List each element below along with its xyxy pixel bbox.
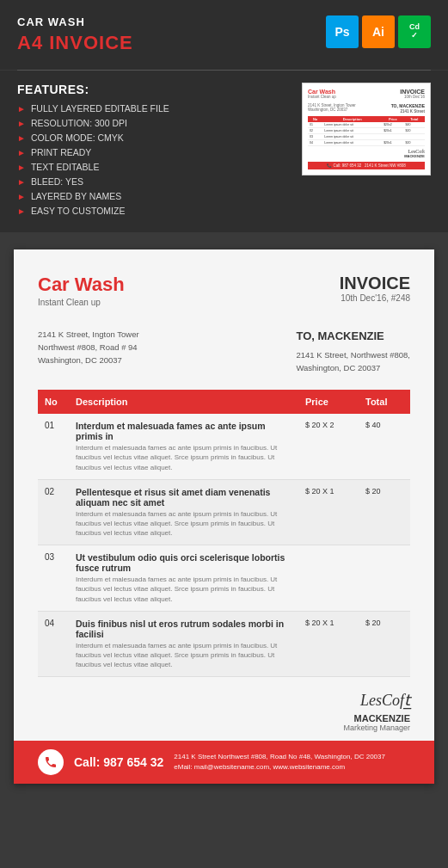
brand-name: Car Wash [38,274,125,296]
feature-label: LAYERED BY NAMES [31,191,121,201]
col-price: Price [298,390,359,414]
top-left: CAR WASH A4 INVOICE [17,15,133,54]
feature-label: EASY TO CUSTOMIZE [31,206,126,216]
row-price [298,545,359,612]
invoice-header: Car Wash Instant Clean up INVOICE 10th D… [38,274,410,307]
sig-name: MACKENZIE [38,713,410,723]
row-description: Interdum et malesuada fames ac ante ipsu… [76,509,292,539]
row-desc-cell: Duis finibus nisl ut eros rutrum sodales… [69,611,298,677]
arrow-icon: ► [17,192,26,201]
row-description: Interdum et malesuada fames ac ante ipsu… [76,443,292,472]
signature-section: LesCoft̲ MACKENZIE Marketing Manager [38,677,410,741]
features-title: FEATURES: [17,83,285,96]
invoice-brand: Car Wash Instant Clean up [38,274,125,307]
feature-item: ► FULLY LAYERED EDITABLE FILE [17,103,285,114]
feature-item: ► BLEED: YES [17,176,285,187]
feature-label: FULLY LAYERED EDITABLE FILE [31,103,169,114]
footer-contact-info: 2141 K Street Northwest #808, Road No #4… [174,752,385,773]
feature-label: COLOR MODE: CMYK [31,132,124,143]
row-title: Pellentesque et risus sit amet diam vene… [76,487,292,508]
row-total: $ 20 [359,479,410,545]
row-description: Interdum et malesuada fames ac ante ipsu… [76,575,292,604]
car-wash-title: CAR WASH [17,15,133,28]
col-description: Description [69,390,298,414]
features-section: FEATURES: ► FULLY LAYERED EDITABLE FILE … [0,71,448,232]
sig-title: Marketing Manager [38,723,410,732]
table-row: 01 Interdum et malesuada fames ac ante i… [38,414,410,479]
row-no: 03 [38,545,69,612]
table-row: 04 Duis finibus nisl ut eros rutrum soda… [38,611,410,677]
features-list: FEATURES: ► FULLY LAYERED EDITABLE FILE … [17,83,285,220]
row-total [359,545,410,612]
arrow-icon: ► [17,119,26,128]
feature-item: ► TEXT EDITABLE [17,162,285,172]
feature-label: TEXT EDITABLE [31,162,100,172]
row-price: $ 20 X 2 [298,414,359,479]
signature-image: LesCoft̲ [38,691,410,710]
row-total: $ 40 [359,414,410,479]
brand-subtitle: Instant Clean up [38,298,125,307]
row-price: $ 20 X 1 [298,611,359,677]
feature-item: ► RESOLUTION: 300 DPI [17,118,285,128]
feature-item: ► PRINT READY [17,147,285,157]
arrow-icon: ► [17,206,26,216]
row-no: 02 [38,479,69,545]
feature-label: BLEED: YES [31,176,83,187]
arrow-icon: ► [17,133,26,143]
arrow-icon: ► [17,163,26,172]
row-description: Interdum et malesuada fames ac ante ipsu… [76,641,292,670]
arrow-icon: ► [17,104,26,114]
row-desc-cell: Ut vestibulum odio quis orci scelerisque… [69,545,298,612]
row-desc-cell: Pellentesque et risus sit amet diam vene… [69,479,298,545]
coreldraw-badge: Cd✓ [398,15,431,48]
col-no: No [38,390,69,414]
feature-label: PRINT READY [31,147,91,157]
invoice-date: 10th Dec'16, #248 [340,293,410,303]
invoice-table: No Description Price Total 01 Interdum e… [38,390,410,677]
feature-item: ► LAYERED BY NAMES [17,191,285,201]
row-title: Duis finibus nisl ut eros rutrum sodales… [76,619,292,639]
address-to: TO, MACKENZIE 2141 K Street, Northwest #… [296,328,410,374]
footer-call-text: Call: 987 654 32 [74,755,163,769]
row-no: 04 [38,611,69,677]
address-to-label: TO, MACKENZIE [296,328,410,346]
address-from: 2141 K Street, Ington Tower Northwest #8… [38,328,139,374]
table-row: 03 Ut vestibulum odio quis orci sceleris… [38,545,410,612]
phone-icon [38,749,64,775]
arrow-icon: ► [17,177,26,187]
row-total: $ 20 [359,611,410,677]
feature-item: ► COLOR MODE: CMYK [17,132,285,143]
preview-card: Car Wash Instant Clean up INVOICE 10th D… [302,83,431,175]
main-content: Car Wash Instant Clean up INVOICE 10th D… [0,232,448,801]
top-section: CAR WASH A4 INVOICE Ps Ai Cd✓ [0,0,448,70]
row-title: Ut vestibulum odio quis orci scelerisque… [76,552,292,573]
invoice-document: Car Wash Instant Clean up INVOICE 10th D… [14,249,434,784]
invoice-label: INVOICE [340,274,410,293]
row-title: Interdum et malesuada fames ac ante ipsu… [76,421,292,441]
photoshop-badge: Ps [326,15,359,48]
badge-group: Ps Ai Cd✓ [326,15,431,48]
a4-invoice-title: A4 INVOICE [17,32,133,54]
row-no: 01 [38,414,69,479]
row-price: $ 20 X 1 [298,479,359,545]
invoice-footer: Call: 987 654 32 2141 K Street Northwest… [14,741,434,784]
invoice-meta: INVOICE 10th Dec'16, #248 [340,274,410,303]
preview-thumbnail: Car Wash Instant Clean up INVOICE 10th D… [302,83,431,220]
feature-label: RESOLUTION: 300 DPI [31,118,127,128]
col-total: Total [359,390,410,414]
table-header-row: No Description Price Total [38,390,410,414]
illustrator-badge: Ai [362,15,395,48]
invoice-address-row: 2141 K Street, Ington Tower Northwest #8… [38,328,410,374]
feature-item: ► EASY TO CUSTOMIZE [17,206,285,216]
row-desc-cell: Interdum et malesuada fames ac ante ipsu… [69,414,298,479]
arrow-icon: ► [17,148,26,157]
table-row: 02 Pellentesque et risus sit amet diam v… [38,479,410,545]
